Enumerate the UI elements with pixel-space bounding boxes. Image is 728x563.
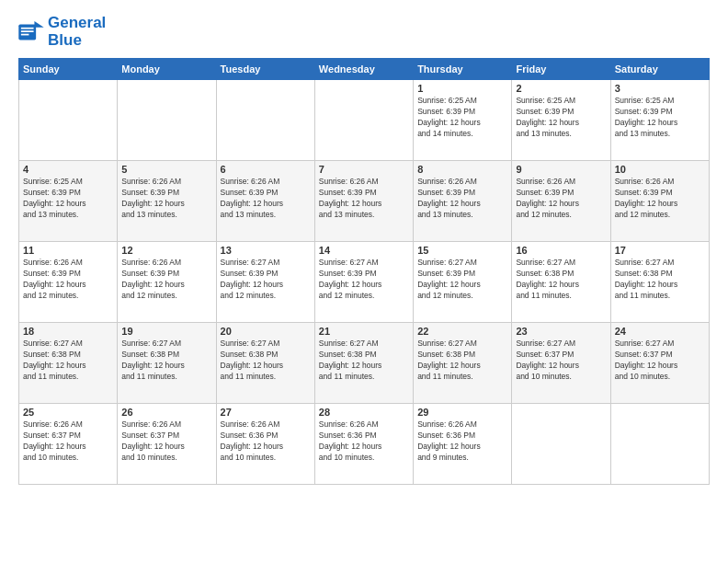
day-info: Sunrise: 6:27 AM Sunset: 6:37 PM Dayligh…: [516, 339, 606, 383]
day-info: Sunrise: 6:26 AM Sunset: 6:36 PM Dayligh…: [417, 419, 507, 464]
calendar-day-cell: 8Sunrise: 6:26 AM Sunset: 6:39 PM Daylig…: [414, 161, 512, 242]
day-info: Sunrise: 6:26 AM Sunset: 6:39 PM Dayligh…: [319, 177, 409, 221]
day-number: 19: [121, 326, 211, 337]
calendar-day-cell: [19, 80, 118, 161]
calendar-day-cell: 26Sunrise: 6:26 AM Sunset: 6:37 PM Dayli…: [118, 404, 216, 485]
calendar-week-row: 1Sunrise: 6:25 AM Sunset: 6:39 PM Daylig…: [19, 80, 710, 161]
calendar-day-cell: 3Sunrise: 6:25 AM Sunset: 6:39 PM Daylig…: [610, 80, 709, 161]
calendar-week-row: 18Sunrise: 6:27 AM Sunset: 6:38 PM Dayli…: [19, 323, 710, 404]
day-info: Sunrise: 6:26 AM Sunset: 6:36 PM Dayligh…: [221, 419, 311, 464]
day-info: Sunrise: 6:27 AM Sunset: 6:38 PM Dayligh…: [615, 258, 705, 302]
day-number: 8: [417, 164, 507, 175]
day-number: 28: [319, 407, 409, 418]
calendar-day-cell: 14Sunrise: 6:27 AM Sunset: 6:39 PM Dayli…: [314, 242, 413, 323]
svg-rect-2: [21, 28, 34, 29]
logo-text: General Blue: [48, 15, 106, 49]
day-info: Sunrise: 6:27 AM Sunset: 6:38 PM Dayligh…: [319, 339, 409, 383]
day-number: 20: [221, 326, 311, 337]
calendar-day-cell: [512, 404, 610, 485]
calendar-week-row: 4Sunrise: 6:25 AM Sunset: 6:39 PM Daylig…: [19, 161, 710, 242]
calendar-day-cell: 9Sunrise: 6:26 AM Sunset: 6:39 PM Daylig…: [512, 161, 610, 242]
weekday-header: Tuesday: [216, 59, 314, 80]
weekday-header: Saturday: [610, 59, 709, 80]
day-number: 9: [516, 164, 606, 175]
weekday-header: Friday: [512, 59, 610, 80]
day-info: Sunrise: 6:26 AM Sunset: 6:39 PM Dayligh…: [121, 177, 211, 221]
day-number: 17: [615, 245, 705, 256]
day-info: Sunrise: 6:25 AM Sunset: 6:39 PM Dayligh…: [516, 96, 606, 140]
calendar-day-cell: 7Sunrise: 6:26 AM Sunset: 6:39 PM Daylig…: [314, 161, 413, 242]
weekday-header: Wednesday: [314, 59, 413, 80]
calendar-week-row: 11Sunrise: 6:26 AM Sunset: 6:39 PM Dayli…: [19, 242, 710, 323]
logo-icon: [18, 21, 44, 43]
calendar-day-cell: 27Sunrise: 6:26 AM Sunset: 6:36 PM Dayli…: [216, 404, 314, 485]
calendar-day-cell: 12Sunrise: 6:26 AM Sunset: 6:39 PM Dayli…: [118, 242, 216, 323]
calendar-week-row: 25Sunrise: 6:26 AM Sunset: 6:37 PM Dayli…: [19, 404, 710, 485]
calendar-day-cell: 22Sunrise: 6:27 AM Sunset: 6:38 PM Dayli…: [414, 323, 512, 404]
day-number: 27: [221, 407, 311, 418]
day-number: 22: [417, 326, 507, 337]
calendar-day-cell: 6Sunrise: 6:26 AM Sunset: 6:39 PM Daylig…: [216, 161, 314, 242]
calendar-header-row: SundayMondayTuesdayWednesdayThursdayFrid…: [19, 59, 710, 80]
day-number: 7: [319, 164, 409, 175]
day-info: Sunrise: 6:26 AM Sunset: 6:39 PM Dayligh…: [23, 258, 113, 302]
calendar-table: SundayMondayTuesdayWednesdayThursdayFrid…: [18, 58, 710, 485]
day-info: Sunrise: 6:26 AM Sunset: 6:37 PM Dayligh…: [23, 419, 113, 464]
day-number: 5: [121, 164, 211, 175]
calendar-day-cell: 16Sunrise: 6:27 AM Sunset: 6:38 PM Dayli…: [512, 242, 610, 323]
calendar-day-cell: [216, 80, 314, 161]
day-number: 12: [121, 245, 211, 256]
logo: General Blue: [18, 15, 106, 49]
day-info: Sunrise: 6:25 AM Sunset: 6:39 PM Dayligh…: [417, 96, 507, 140]
calendar-day-cell: 25Sunrise: 6:26 AM Sunset: 6:37 PM Dayli…: [19, 404, 118, 485]
day-info: Sunrise: 6:25 AM Sunset: 6:39 PM Dayligh…: [615, 96, 705, 140]
day-info: Sunrise: 6:26 AM Sunset: 6:36 PM Dayligh…: [319, 419, 409, 464]
day-info: Sunrise: 6:26 AM Sunset: 6:37 PM Dayligh…: [121, 419, 211, 464]
day-info: Sunrise: 6:26 AM Sunset: 6:39 PM Dayligh…: [221, 177, 311, 221]
calendar-day-cell: 19Sunrise: 6:27 AM Sunset: 6:38 PM Dayli…: [118, 323, 216, 404]
svg-marker-1: [34, 21, 43, 28]
calendar-day-cell: [610, 404, 709, 485]
day-info: Sunrise: 6:27 AM Sunset: 6:38 PM Dayligh…: [23, 339, 113, 383]
svg-rect-3: [21, 30, 34, 32]
svg-rect-4: [21, 33, 29, 35]
calendar-day-cell: 11Sunrise: 6:26 AM Sunset: 6:39 PM Dayli…: [19, 242, 118, 323]
day-number: 16: [516, 245, 606, 256]
calendar-day-cell: [314, 80, 413, 161]
header: General Blue: [18, 15, 710, 49]
day-info: Sunrise: 6:26 AM Sunset: 6:39 PM Dayligh…: [516, 177, 606, 221]
calendar-day-cell: 23Sunrise: 6:27 AM Sunset: 6:37 PM Dayli…: [512, 323, 610, 404]
calendar-day-cell: 13Sunrise: 6:27 AM Sunset: 6:39 PM Dayli…: [216, 242, 314, 323]
day-number: 15: [417, 245, 507, 256]
day-info: Sunrise: 6:25 AM Sunset: 6:39 PM Dayligh…: [23, 177, 113, 221]
day-number: 1: [417, 83, 507, 94]
day-number: 6: [221, 164, 311, 175]
day-info: Sunrise: 6:27 AM Sunset: 6:38 PM Dayligh…: [121, 339, 211, 383]
day-info: Sunrise: 6:27 AM Sunset: 6:38 PM Dayligh…: [516, 258, 606, 302]
day-number: 24: [615, 326, 705, 337]
calendar-day-cell: [118, 80, 216, 161]
calendar-day-cell: 28Sunrise: 6:26 AM Sunset: 6:36 PM Dayli…: [314, 404, 413, 485]
day-number: 14: [319, 245, 409, 256]
calendar-day-cell: 5Sunrise: 6:26 AM Sunset: 6:39 PM Daylig…: [118, 161, 216, 242]
day-info: Sunrise: 6:27 AM Sunset: 6:39 PM Dayligh…: [221, 258, 311, 302]
calendar-day-cell: 18Sunrise: 6:27 AM Sunset: 6:38 PM Dayli…: [19, 323, 118, 404]
day-info: Sunrise: 6:26 AM Sunset: 6:39 PM Dayligh…: [615, 177, 705, 221]
day-info: Sunrise: 6:27 AM Sunset: 6:39 PM Dayligh…: [319, 258, 409, 302]
weekday-header: Thursday: [414, 59, 512, 80]
calendar-day-cell: 1Sunrise: 6:25 AM Sunset: 6:39 PM Daylig…: [414, 80, 512, 161]
day-info: Sunrise: 6:26 AM Sunset: 6:39 PM Dayligh…: [417, 177, 507, 221]
calendar-day-cell: 29Sunrise: 6:26 AM Sunset: 6:36 PM Dayli…: [414, 404, 512, 485]
calendar-day-cell: 4Sunrise: 6:25 AM Sunset: 6:39 PM Daylig…: [19, 161, 118, 242]
day-info: Sunrise: 6:27 AM Sunset: 6:38 PM Dayligh…: [417, 339, 507, 383]
calendar-day-cell: 17Sunrise: 6:27 AM Sunset: 6:38 PM Dayli…: [610, 242, 709, 323]
day-info: Sunrise: 6:27 AM Sunset: 6:37 PM Dayligh…: [615, 339, 705, 383]
day-number: 10: [615, 164, 705, 175]
day-number: 3: [615, 83, 705, 94]
calendar-day-cell: 15Sunrise: 6:27 AM Sunset: 6:39 PM Dayli…: [414, 242, 512, 323]
page: General Blue SundayMondayTuesdayWednesda…: [0, 0, 728, 563]
day-number: 18: [23, 326, 113, 337]
day-number: 21: [319, 326, 409, 337]
day-number: 11: [23, 245, 113, 256]
day-info: Sunrise: 6:26 AM Sunset: 6:39 PM Dayligh…: [121, 258, 211, 302]
